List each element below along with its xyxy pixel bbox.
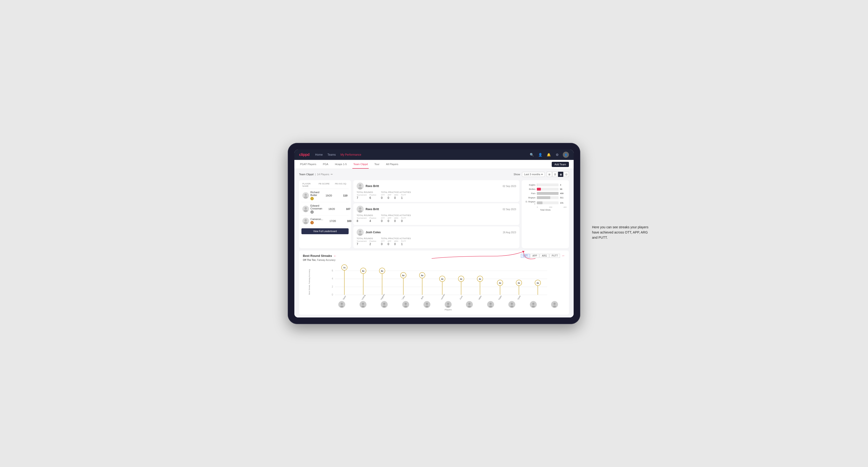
subnav-all-players[interactable]: All Players bbox=[385, 160, 399, 168]
list-view-button[interactable]: ☰ bbox=[552, 172, 558, 177]
settings-button[interactable]: ⚙ bbox=[554, 152, 560, 158]
view-full-leaderboard-button[interactable]: View Full Leaderboard bbox=[302, 228, 349, 234]
subnav-team-clippd[interactable]: Team Clippd bbox=[352, 160, 369, 168]
pc-3-ott-val: 0 bbox=[381, 243, 385, 246]
avatars-container bbox=[331, 301, 565, 308]
annotation-content: Here you can see streaks your players ha… bbox=[592, 225, 648, 240]
avatar-6 bbox=[445, 301, 452, 308]
player-3-name: Cameron... bbox=[310, 218, 323, 220]
subnav-pga[interactable]: PGA bbox=[322, 160, 329, 168]
subnav-tour[interactable]: Tour bbox=[373, 160, 380, 168]
add-team-button[interactable]: Add Team bbox=[552, 162, 569, 167]
y-axis-text: Best Streak, Fairway Accuracy bbox=[308, 269, 311, 294]
pc-2-app-label: APP bbox=[388, 217, 391, 219]
bogeys-bar-container bbox=[537, 196, 559, 199]
filter-ott-button[interactable]: OTT bbox=[521, 254, 530, 258]
pc-1-arg-label: ARG bbox=[394, 194, 398, 196]
x-label-0: 0 bbox=[537, 206, 538, 208]
pc-2-ott-label: OTT bbox=[381, 217, 385, 219]
grid-view-button[interactable]: ⊞ bbox=[547, 172, 552, 177]
show-controls: Show Last 3 months ▾ ⊞ ☰ ▦ ⊡ bbox=[514, 172, 569, 177]
nav-links: Home Teams My Performance bbox=[315, 153, 523, 156]
edit-team-icon[interactable]: ✏ bbox=[331, 173, 333, 176]
filter-arg-button[interactable]: ARG bbox=[540, 254, 549, 258]
top-navigation: clippd Home Teams My Performance 🔍 👤 🔔 ⚙… bbox=[294, 150, 574, 160]
pc-3-practice-label: Practice bbox=[369, 240, 376, 242]
svg-point-81 bbox=[532, 303, 534, 305]
pc-3-app-val: 0 bbox=[388, 243, 391, 246]
avatar-3 bbox=[381, 301, 388, 308]
svg-point-10 bbox=[359, 230, 361, 233]
svg-text:5x: 5x bbox=[402, 274, 404, 277]
svg-point-78 bbox=[489, 306, 492, 307]
pc-1-tournament-label: Tournament bbox=[356, 194, 367, 196]
nav-my-performance[interactable]: My Performance bbox=[340, 153, 361, 156]
pc-2-arg-val: 0 bbox=[394, 219, 398, 223]
pc-3-arg-label: ARG bbox=[394, 240, 398, 242]
search-button[interactable]: 🔍 bbox=[529, 152, 534, 158]
svg-text:2: 2 bbox=[332, 285, 333, 288]
player-3-score: 17/20 bbox=[323, 220, 342, 222]
svg-point-7 bbox=[358, 187, 362, 189]
svg-point-66 bbox=[362, 306, 365, 307]
pc-3-tournament-label: Tournament bbox=[356, 240, 367, 242]
pc-3-putt-label: PUTT bbox=[401, 240, 406, 242]
leaderboard-panel: PLAYER NAME PB SCORE PB AVG SQ Richard B… bbox=[299, 180, 351, 248]
player-1-score: 19/20 bbox=[319, 194, 338, 197]
svg-point-76 bbox=[468, 306, 471, 307]
player-card-1: Rees Britt 02 Sep 2023 Total Rounds Tour… bbox=[353, 180, 519, 202]
svg-point-0 bbox=[305, 194, 307, 196]
avatar-5 bbox=[423, 301, 431, 308]
pc-2-app-val: 0 bbox=[388, 219, 391, 223]
svg-point-4 bbox=[305, 219, 307, 221]
table-view-button[interactable]: ▦ bbox=[558, 172, 563, 177]
subnav-pgat[interactable]: PGAT Players bbox=[299, 160, 317, 168]
svg-text:3x: 3x bbox=[518, 282, 520, 284]
pc-1-activities-label: Total Practice Activities bbox=[381, 191, 411, 193]
streaks-header: Best Round Streaks ← OTT APP ARG PUTT ← bbox=[303, 254, 565, 258]
avatar-9 bbox=[508, 301, 516, 308]
pc-1-practice-val: 6 bbox=[369, 196, 376, 199]
bogeys-val: 311 bbox=[560, 196, 566, 199]
pc-3-tournament-val: 7 bbox=[356, 243, 367, 246]
pc-3-practice-val: 2 bbox=[369, 243, 376, 246]
svg-point-77 bbox=[490, 303, 492, 305]
svg-point-8 bbox=[359, 207, 361, 210]
expand-view-button[interactable]: ⊡ bbox=[564, 172, 569, 177]
filter-app-button[interactable]: APP bbox=[530, 254, 539, 258]
time-filter-dropdown[interactable]: Last 3 months ▾ bbox=[522, 172, 545, 177]
nav-teams[interactable]: Teams bbox=[328, 153, 336, 156]
shots-chart-panel: Eagles 3 Birdies bbox=[522, 180, 569, 248]
pc-1-putt-label: PUTT bbox=[401, 194, 406, 196]
svg-text:6x: 6x bbox=[362, 270, 365, 272]
pc-1-practice-label: Practice bbox=[369, 194, 376, 196]
user-avatar-button[interactable]: 👤 bbox=[563, 152, 569, 158]
notifications-button[interactable]: 🔔 bbox=[546, 152, 552, 158]
table-row: Richard Butler 1 19/20 110 bbox=[302, 189, 349, 203]
profile-button[interactable]: 👤 bbox=[537, 152, 543, 158]
pc-3-avatar bbox=[356, 229, 364, 236]
table-row: Edward Crossman 2 18/20 107 bbox=[302, 203, 349, 216]
birdies-bar-container bbox=[537, 188, 559, 191]
filter-putt-button[interactable]: PUTT bbox=[550, 254, 560, 258]
eagles-bar-fill bbox=[537, 184, 537, 186]
birdies-val: 96 bbox=[560, 188, 566, 190]
dropdown-chevron-icon: ▾ bbox=[541, 173, 543, 176]
streaks-filter-buttons: OTT APP ARG PUTT ← bbox=[521, 254, 565, 258]
svg-point-5 bbox=[304, 222, 308, 224]
nav-home[interactable]: Home bbox=[315, 153, 323, 156]
player-card-2: Rees Britt 02 Sep 2023 Total Rounds Tour… bbox=[353, 203, 519, 225]
pars-label: Pars bbox=[524, 192, 535, 195]
subnav-hcaps[interactable]: Hcaps 1-5 bbox=[334, 160, 348, 168]
team-title: Team Clippd | 14 Players ✏ bbox=[299, 173, 333, 176]
svg-point-82 bbox=[532, 306, 535, 307]
svg-text:M. Miller: M. Miller bbox=[477, 295, 482, 300]
pc-3-app-label: APP bbox=[388, 240, 391, 242]
player-2-name: Edward Crossman bbox=[310, 204, 322, 210]
svg-point-80 bbox=[510, 306, 514, 307]
main-content: Team Clippd | 14 Players ✏ Show Last 3 m… bbox=[294, 169, 574, 317]
svg-text:6: 6 bbox=[332, 269, 333, 272]
dbogeys-bar-container bbox=[537, 201, 559, 204]
pars-val: 499 bbox=[560, 192, 566, 195]
team-name-label: Team Clippd bbox=[299, 173, 313, 176]
